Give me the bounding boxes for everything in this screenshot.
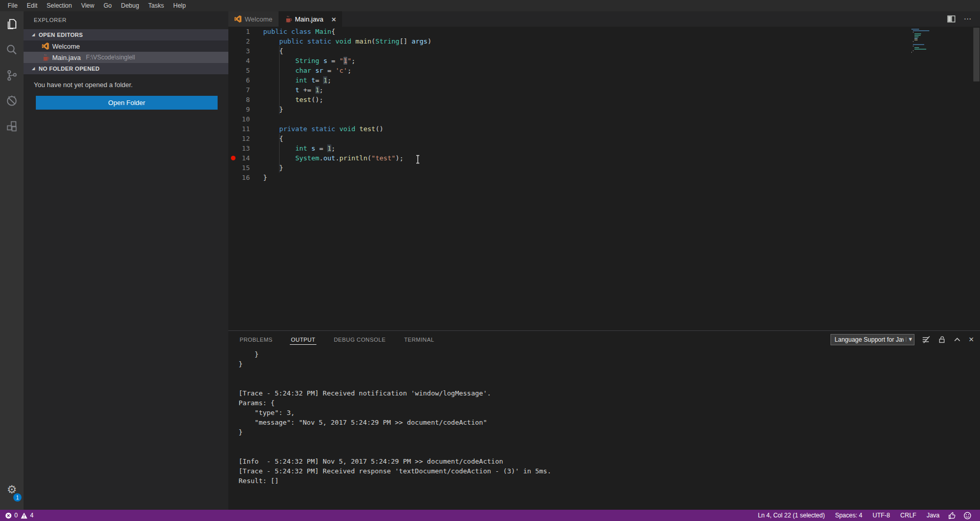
minimap[interactable] <box>911 29 937 53</box>
menu-bar: File Edit Selection View Go Debug Tasks … <box>0 0 980 11</box>
panel-tab-terminal[interactable]: TERMINAL <box>403 335 435 344</box>
open-folder-button[interactable]: Open Folder <box>36 96 218 110</box>
gutter[interactable] <box>228 85 238 95</box>
gutter[interactable] <box>228 105 238 114</box>
tab-welcome[interactable]: Welcome <box>228 11 279 27</box>
menu-tasks[interactable]: Tasks <box>144 0 169 11</box>
language-mode-status[interactable]: Java <box>922 510 945 521</box>
code-line[interactable]: 2 public static void main(String[] args) <box>228 36 980 46</box>
code-line[interactable]: 4 String s = "1"; <box>228 56 980 66</box>
code-line[interactable]: 5 char sr = 'c'; <box>228 66 980 75</box>
clear-output-icon[interactable] <box>922 336 930 343</box>
line-number: 5 <box>238 66 250 75</box>
gutter[interactable] <box>228 173 238 182</box>
code-line[interactable]: 1public class Main{ <box>228 27 980 36</box>
panel-tab-problems[interactable]: PROBLEMS <box>239 335 273 344</box>
more-actions-icon[interactable]: ⋯ <box>964 14 972 24</box>
gutter[interactable] <box>228 75 238 85</box>
line-number: 3 <box>238 46 250 56</box>
gutter[interactable] <box>228 36 238 46</box>
chevron-up-icon[interactable] <box>953 337 961 343</box>
activity-extensions[interactable] <box>0 114 24 139</box>
open-editors-header[interactable]: ◢ OPEN EDITORS <box>24 29 228 40</box>
code-line[interactable]: 14 System.out.println("test"); <box>228 153 980 163</box>
menu-help[interactable]: Help <box>168 0 190 11</box>
menu-go[interactable]: Go <box>99 0 116 11</box>
close-icon[interactable]: × <box>969 335 974 344</box>
encoding-status[interactable]: UTF-8 <box>867 510 895 521</box>
open-editor-welcome[interactable]: Welcome <box>24 40 228 52</box>
gutter[interactable] <box>228 163 238 173</box>
panel-tab-output[interactable]: OUTPUT <box>290 335 316 345</box>
line-number: 9 <box>238 105 250 114</box>
code-line[interactable]: 3 { <box>228 46 980 56</box>
menu-debug[interactable]: Debug <box>116 0 143 11</box>
open-editor-mainjava[interactable]: Main.java F:\VScode\singlell <box>24 52 228 63</box>
activity-explorer[interactable] <box>0 11 24 37</box>
editor-scrollbar[interactable] <box>973 27 980 330</box>
no-folder-header[interactable]: ◢ NO FOLDER OPENED <box>24 63 228 74</box>
gutter[interactable] <box>228 27 238 36</box>
problems-status[interactable]: 0 4 <box>5 512 33 519</box>
output-channel-select[interactable]: Language Support for Jav ▼ <box>830 334 914 345</box>
tab-mainjava[interactable]: Main.java × <box>279 11 342 27</box>
code-text: test(); <box>263 95 323 105</box>
menu-edit[interactable]: Edit <box>22 0 42 11</box>
sidebar-explorer: EXPLORER ◢ OPEN EDITORS Welcome Main.jav… <box>24 11 228 510</box>
activity-settings[interactable]: ⚙ 1 <box>0 477 24 503</box>
gutter[interactable] <box>228 46 238 56</box>
gutter[interactable] <box>228 124 238 134</box>
code-text: System.out.println("test"); <box>263 153 403 163</box>
close-icon[interactable]: × <box>332 15 336 23</box>
open-editor-label: Main.java <box>52 54 81 61</box>
twistie-icon: ◢ <box>32 66 35 71</box>
tab-label: Welcome <box>245 15 272 23</box>
menu-file[interactable]: File <box>3 0 22 11</box>
code-text: String s = "1"; <box>263 56 355 66</box>
feedback-smiley[interactable] <box>960 512 975 519</box>
activity-debug[interactable] <box>0 88 24 114</box>
code-line[interactable]: 12 { <box>228 134 980 143</box>
line-number: 11 <box>238 124 250 134</box>
smiley-icon <box>964 512 971 519</box>
code-line[interactable]: 11 private static void test() <box>228 124 980 134</box>
code-line[interactable]: 7 t += 1; <box>228 85 980 95</box>
indent-guide <box>279 134 280 173</box>
split-editor-icon[interactable] <box>947 15 955 23</box>
code-text: public static void main(String[] args) <box>263 36 432 46</box>
gutter[interactable] <box>228 153 238 163</box>
scrollbar-slider[interactable] <box>973 28 979 81</box>
code-line[interactable]: 13 int s = 1; <box>228 143 980 153</box>
menu-selection[interactable]: Selection <box>42 0 76 11</box>
code-editor[interactable]: 1public class Main{2 public static void … <box>228 27 980 330</box>
feedback-thumb[interactable] <box>945 512 960 519</box>
cursor-position-status[interactable]: Ln 4, Col 22 (1 selected) <box>753 510 830 521</box>
breakpoint-indicator[interactable] <box>231 156 236 160</box>
panel-tab-debug-console[interactable]: DEBUG CONSOLE <box>333 335 387 344</box>
gutter[interactable] <box>228 95 238 105</box>
code-line[interactable]: 10 <box>228 114 980 124</box>
menu-view[interactable]: View <box>76 0 99 11</box>
line-number: 4 <box>238 56 250 66</box>
indentation-status[interactable]: Spaces: 4 <box>830 510 867 521</box>
code-text: { <box>263 46 283 56</box>
line-number: 8 <box>238 95 250 105</box>
output-content[interactable]: }}[Trace - 5:24:32 PM] Received notifica… <box>228 348 980 510</box>
activity-source-control[interactable] <box>0 62 24 88</box>
eol-status[interactable]: CRLF <box>895 510 921 521</box>
gutter[interactable] <box>228 134 238 143</box>
code-area[interactable]: 1public class Main{2 public static void … <box>228 27 980 182</box>
code-line[interactable]: 8 test(); <box>228 95 980 105</box>
gutter[interactable] <box>228 143 238 153</box>
code-line[interactable]: 6 int t= 1; <box>228 75 980 85</box>
text-cursor-pointer <box>415 155 420 164</box>
code-line[interactable]: 16} <box>228 173 980 182</box>
activity-search[interactable] <box>0 37 24 62</box>
gutter[interactable] <box>228 114 238 124</box>
files-icon <box>5 17 18 31</box>
gutter[interactable] <box>228 56 238 66</box>
code-line[interactable]: 9 } <box>228 105 980 114</box>
code-line[interactable]: 15 } <box>228 163 980 173</box>
gutter[interactable] <box>228 66 238 75</box>
unlock-icon[interactable] <box>938 336 946 343</box>
